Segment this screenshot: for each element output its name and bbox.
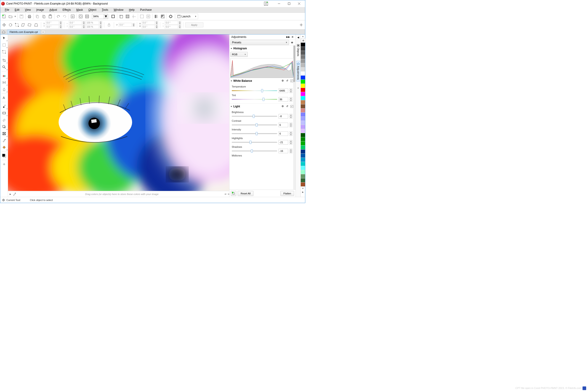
palette-scroll-up[interactable]: ▲ — [301, 34, 305, 38]
highlights-stepper[interactable]: ▲▼ — [290, 140, 292, 145]
tint-stepper[interactable]: ▲▼ — [290, 97, 292, 102]
tint-value[interactable]: 36 — [279, 97, 288, 102]
color-swatch[interactable] — [301, 104, 305, 108]
canvas[interactable] — [8, 34, 229, 191]
menu-effects[interactable]: Effects — [60, 8, 74, 12]
color-swatch[interactable] — [301, 178, 305, 183]
print-button[interactable] — [26, 13, 32, 19]
color-swatch[interactable] — [301, 145, 305, 150]
color-swatch[interactable] — [301, 137, 305, 141]
brightness-stepper[interactable]: ▲▼ — [290, 114, 292, 118]
histogram-channel-dropdown[interactable]: RGB▼ — [230, 52, 248, 57]
color-swatch[interactable] — [301, 92, 305, 96]
redo-button[interactable] — [62, 13, 68, 19]
center-x-field[interactable]: 0.0 " — [142, 21, 155, 25]
angle-field[interactable]: 0.0 " — [118, 23, 132, 27]
copy-button[interactable] — [34, 13, 40, 19]
center-y-field[interactable]: 0.0 " — [142, 25, 155, 29]
add-preset-button[interactable]: ＋ — [290, 40, 295, 45]
tray-nav-left[interactable]: ▶ — [9, 193, 11, 195]
size-tool-button[interactable] — [14, 22, 20, 28]
adjustments-docker-tab[interactable]: Adjustments — [296, 61, 300, 82]
pos-y-field[interactable]: 0.0 " — [46, 25, 59, 29]
account-icon[interactable] — [263, 0, 269, 7]
drop-shadow-tool[interactable] — [1, 123, 7, 130]
zoom-level-field[interactable]: ▼ — [92, 14, 108, 19]
lock-ratio-button[interactable] — [106, 22, 112, 28]
paste-button[interactable] — [41, 13, 47, 19]
color-swatch[interactable] — [301, 129, 305, 133]
color-swatch[interactable] — [301, 108, 305, 113]
eyedropper-tool[interactable] — [1, 137, 7, 144]
zoom-input[interactable] — [92, 15, 104, 18]
zoom-dropdown[interactable]: ▼ — [104, 14, 108, 19]
color-swatch[interactable] — [301, 51, 305, 55]
contrast-value[interactable]: 6 — [279, 123, 288, 127]
pos-x-field[interactable]: 0.0 " — [46, 21, 59, 25]
hide-mask-marquee-button[interactable] — [78, 13, 84, 19]
import-button[interactable] — [70, 13, 76, 19]
temperature-stepper[interactable]: ▲▼ — [290, 88, 292, 93]
mask-transform-tool[interactable] — [1, 49, 7, 55]
color-swatch[interactable] — [301, 162, 305, 166]
color-swatch[interactable] — [301, 72, 305, 76]
crop-tool[interactable] — [1, 57, 7, 64]
color-swatch[interactable] — [301, 100, 305, 104]
red-eye-tool[interactable] — [1, 79, 7, 86]
color-swatch[interactable] — [301, 170, 305, 174]
distort-tool-button[interactable] — [27, 22, 33, 28]
eraser-tool[interactable] — [1, 117, 7, 123]
reset-all-button[interactable]: Reset All — [238, 191, 253, 196]
add-adjustment-button[interactable] — [231, 191, 236, 196]
color-swatch[interactable] — [301, 96, 305, 100]
temperature-value[interactable]: 6485 — [279, 88, 288, 93]
eyedropper-icon[interactable] — [12, 192, 16, 196]
show-grid-button[interactable] — [124, 13, 130, 19]
menu-help[interactable]: Help — [126, 8, 137, 12]
color-swatch[interactable] — [301, 121, 305, 125]
zoom-tool[interactable] — [1, 64, 7, 70]
clone-tool[interactable] — [1, 72, 7, 79]
light-reset-icon[interactable]: ↺ — [286, 105, 288, 108]
text-tool[interactable]: A — [1, 95, 7, 101]
menu-file[interactable]: File — [2, 8, 12, 12]
add-tool-button[interactable] — [1, 161, 7, 167]
scale-y-field[interactable]: 100 % — [86, 25, 99, 29]
close-button[interactable] — [294, 0, 304, 7]
menu-image[interactable]: Image — [34, 8, 47, 12]
color-swatch[interactable] — [301, 88, 305, 92]
position-tool-button[interactable] — [1, 22, 7, 28]
color-swatch[interactable] — [301, 76, 305, 80]
home-tab[interactable] — [0, 29, 7, 34]
menu-tools[interactable]: Tools — [99, 8, 111, 12]
show-object-marquee-button[interactable] — [145, 13, 151, 19]
objects-docker-tab[interactable]: Objects — [296, 43, 300, 58]
shadows-slider[interactable] — [232, 149, 277, 153]
rectangle-tool[interactable] — [1, 110, 7, 116]
presets-dropdown[interactable]: Presets ▼ — [230, 40, 289, 45]
color-swatch[interactable] — [301, 150, 305, 154]
add-property-button[interactable] — [298, 22, 304, 28]
options-button[interactable] — [168, 13, 174, 19]
full-preview-button[interactable] — [110, 13, 116, 19]
color-swatch[interactable] — [301, 55, 305, 59]
wb-reset-icon[interactable]: ↺ — [286, 79, 288, 82]
color-swatch[interactable] — [301, 59, 305, 63]
liquid-tool[interactable] — [1, 86, 7, 93]
skew-h-field[interactable]: 0.0 ° — [165, 21, 178, 25]
brightness-value[interactable]: -8 — [279, 114, 288, 118]
contrast-stepper[interactable]: ▲▼ — [290, 123, 292, 127]
color-swatch[interactable] — [301, 47, 305, 51]
transparency-tool[interactable] — [1, 130, 7, 137]
color-tray[interactable]: ▶ Drag colors (or objects) here to store… — [8, 191, 229, 197]
color-swatch[interactable] — [301, 117, 305, 121]
shadows-stepper[interactable]: ▲▼ — [290, 149, 292, 153]
color-swatch[interactable] — [301, 43, 305, 47]
invert-mask-button[interactable] — [160, 13, 166, 19]
contrast-slider[interactable] — [232, 123, 277, 126]
fill-tool[interactable] — [1, 144, 7, 151]
color-swatch[interactable] — [301, 141, 305, 145]
skew-v-field[interactable]: 0.0 ° — [165, 25, 178, 29]
color-swatch[interactable] — [301, 166, 305, 170]
color-swatch[interactable] — [301, 158, 305, 162]
